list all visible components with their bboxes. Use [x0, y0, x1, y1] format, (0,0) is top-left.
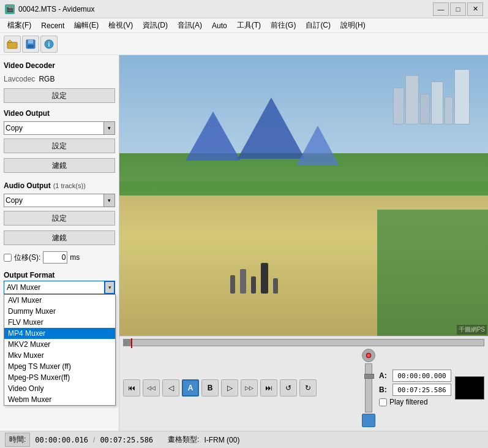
- menu-recent[interactable]: Recent: [36, 18, 69, 32]
- output-format-arrow[interactable]: ▾: [104, 281, 115, 294]
- output-format-title: Output Format: [4, 271, 115, 279]
- output-format-input[interactable]: [4, 281, 104, 294]
- btn-next-i[interactable]: ▷▷: [241, 379, 258, 397]
- svg-rect-4: [28, 45, 34, 48]
- audio-output-select-row: Copy AAC MP3 AC3 Vorbis ▾: [4, 194, 115, 207]
- output-format-trigger[interactable]: ▾: [4, 281, 115, 294]
- title-bar: 🎬 00042.MTS - Avidemux — □ ✕: [0, 0, 488, 18]
- video-decoder-settings-button[interactable]: 設定: [4, 88, 115, 103]
- dl-item-dummy[interactable]: Dummy Muxer: [4, 306, 115, 317]
- volume-indicator[interactable]: [362, 349, 375, 362]
- toolbar: i: [0, 33, 488, 55]
- video-output-arrow[interactable]: ▾: [104, 121, 115, 135]
- play-filtered-checkbox[interactable]: [379, 398, 387, 406]
- timeline-track[interactable]: [123, 339, 484, 346]
- timecode-b-input[interactable]: [392, 384, 451, 396]
- menu-info[interactable]: 資訊(D): [138, 18, 173, 32]
- canopy-3: [296, 126, 339, 165]
- open-button[interactable]: [4, 36, 21, 53]
- video-output-settings-button[interactable]: 設定: [4, 139, 115, 153]
- btn-end[interactable]: ⏭: [260, 379, 277, 397]
- shift-row: 位移(S): ms: [4, 251, 115, 264]
- dl-item-video-only[interactable]: Video Only: [4, 383, 115, 394]
- timecode-a-row: A:: [379, 370, 451, 382]
- timeline-row: [123, 339, 484, 346]
- svg-rect-3: [28, 40, 33, 44]
- dl-item-mpegts[interactable]: Mpeg TS Muxer (ff): [4, 361, 115, 372]
- video-area: 千圖網PS: [119, 55, 488, 336]
- volume-bottom-btn[interactable]: [362, 414, 375, 427]
- timecode-b-row: B:: [379, 384, 451, 396]
- btn-rewind[interactable]: ↺: [280, 379, 297, 397]
- menu-file[interactable]: 檔案(F): [2, 18, 36, 32]
- status-current-time: 00:00:00.016: [35, 436, 88, 444]
- dl-item-mkv2[interactable]: MKV2 Muxer: [4, 339, 115, 350]
- video-decoder-title: Video Decoder: [4, 61, 115, 70]
- btn-next[interactable]: ▷: [221, 379, 238, 397]
- btn-begin[interactable]: ⏮: [123, 379, 140, 397]
- status-divider: /: [93, 436, 95, 444]
- video-output-select-row: Copy Mpeg4 AVC Mpeg4 ASP FFV1 Lavc ▾: [4, 121, 115, 135]
- audio-output-select[interactable]: Copy AAC MP3 AC3 Vorbis: [4, 194, 104, 207]
- dl-item-mkv[interactable]: Mkv Muxer: [4, 350, 115, 361]
- save-button[interactable]: [22, 36, 39, 53]
- menu-audio[interactable]: 音訊(A): [173, 18, 207, 32]
- menu-help[interactable]: 說明(H): [336, 18, 370, 32]
- codec-value: RGB: [39, 75, 54, 83]
- timecode-b-label: B:: [379, 385, 389, 394]
- buildings: [393, 69, 470, 124]
- output-format-dropdown: ▾ AVI Muxer Dummy Muxer FLV Muxer MP4 Mu…: [4, 281, 115, 294]
- right-controls: A: B: Play filtered: [362, 349, 484, 427]
- status-time-label[interactable]: 時間:: [5, 433, 30, 447]
- svg-point-8: [367, 354, 370, 357]
- audio-output-settings-button[interactable]: 設定: [4, 211, 115, 226]
- menu-custom[interactable]: 自訂(C): [301, 18, 336, 32]
- audio-output-arrow[interactable]: ▾: [104, 194, 115, 207]
- btn-marker-a[interactable]: A: [182, 379, 199, 397]
- window-title: 00042.MTS - Avidemux: [18, 5, 433, 13]
- menu-edit[interactable]: 編輯(E): [69, 18, 103, 32]
- timeline-fill: [124, 340, 131, 346]
- volume-knob: [364, 374, 374, 379]
- audio-output-filter-button[interactable]: 濾鏡: [4, 230, 115, 245]
- maximize-button[interactable]: □: [450, 2, 466, 16]
- audio-track-info: (1 track(s)): [53, 182, 86, 189]
- close-button[interactable]: ✕: [467, 2, 483, 16]
- svg-marker-1: [7, 40, 12, 42]
- status-frame-type: I-FRM (00): [204, 436, 239, 444]
- minimize-button[interactable]: —: [433, 2, 449, 16]
- menu-goto[interactable]: 前往(G): [266, 18, 301, 32]
- app-icon: 🎬: [5, 4, 15, 14]
- btn-loop[interactable]: ↻: [299, 379, 317, 397]
- dl-item-mp4[interactable]: MP4 Muxer: [4, 328, 115, 339]
- dl-item-avi[interactable]: AVI Muxer: [4, 295, 115, 306]
- audio-output-title: Audio Output: [4, 181, 51, 190]
- volume-slider[interactable]: [365, 363, 372, 412]
- preview-thumbnail: [455, 376, 484, 400]
- status-total-time: 00:07:25.586: [100, 436, 153, 444]
- menu-bar: 檔案(F) Recent 編輯(E) 檢視(V) 資訊(D) 音訊(A) Aut…: [0, 18, 488, 33]
- btn-prev-i[interactable]: ◁◁: [143, 379, 160, 397]
- menu-tools[interactable]: 工具(T): [232, 18, 266, 32]
- dl-item-mpegps[interactable]: Mpeg-PS Muxer(ff): [4, 372, 115, 383]
- btn-prev[interactable]: ◁: [162, 379, 179, 397]
- menu-auto[interactable]: Auto: [207, 18, 232, 32]
- shift-checkbox[interactable]: [4, 254, 12, 262]
- video-output-select[interactable]: Copy Mpeg4 AVC Mpeg4 ASP FFV1 Lavc: [4, 121, 104, 135]
- shift-input[interactable]: [43, 251, 67, 264]
- canopy-1: [186, 112, 241, 161]
- dl-item-flv[interactable]: FLV Muxer: [4, 317, 115, 328]
- play-filtered-label: Play filtered: [389, 398, 428, 406]
- bottom-controls: ⏮ ◁◁ ◁ A B ▷ ▷▷ ⏭ ↺ ↻: [119, 336, 488, 431]
- btn-marker-b[interactable]: B: [201, 379, 219, 397]
- video-output-title: Video Output: [4, 109, 115, 118]
- video-output-filter-button[interactable]: 濾鏡: [4, 158, 115, 173]
- menu-view[interactable]: 檢視(V): [103, 18, 138, 32]
- canopy-2: [238, 97, 305, 159]
- dl-item-webm[interactable]: Webm Muxer: [4, 394, 115, 405]
- info-button[interactable]: i: [40, 36, 58, 53]
- timecode-a-input[interactable]: [392, 370, 451, 382]
- status-bar: 時間: 00:00:00.016 / 00:07:25.586 畫格類型: I-…: [0, 431, 488, 448]
- right-panel: 千圖網PS ⏮ ◁◁ ◁ A B: [119, 55, 488, 431]
- left-panel: Video Decoder Lavcodec RGB 設定 Video Outp…: [0, 55, 119, 431]
